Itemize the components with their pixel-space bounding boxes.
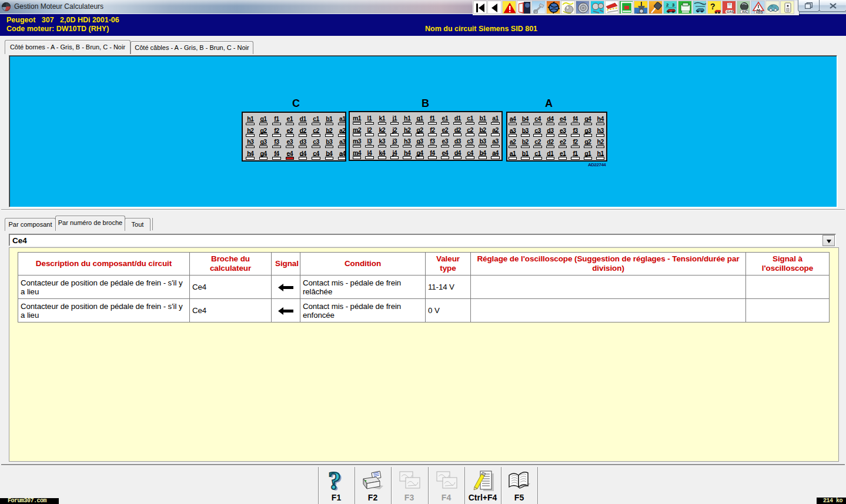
svg-text:?: ? [328,469,341,493]
svg-text:2: 2 [666,2,669,8]
svg-text:GAS: GAS [727,10,734,14]
svg-text:A/C: A/C [742,10,748,14]
svg-text:ABS: ABS [756,11,763,14]
svg-text:3: 3 [672,2,675,8]
svg-text:?: ? [710,2,715,11]
